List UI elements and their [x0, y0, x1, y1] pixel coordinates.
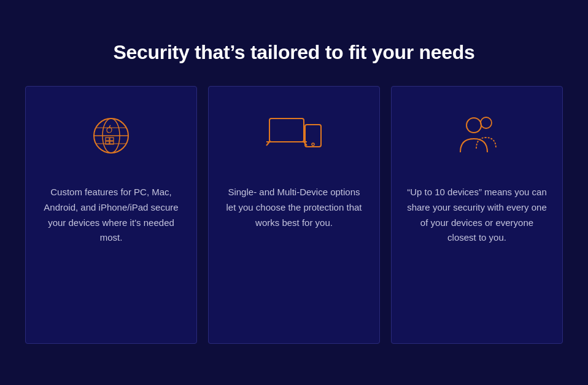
svg-rect-9: [269, 119, 304, 142]
multi-device-icon: [263, 105, 325, 166]
card-2-text: Single- and Multi-Device options let you…: [223, 185, 365, 230]
devices-icon: [80, 105, 142, 166]
svg-rect-6: [110, 138, 114, 141]
card-multi-device: Single- and Multi-Device options let you…: [208, 86, 380, 344]
svg-point-15: [466, 118, 481, 133]
card-family: “Up to 10 devices” means you can share y…: [391, 86, 563, 344]
cards-container: Custom features for PC, Mac, Android, an…: [0, 86, 588, 344]
card-1-text: Custom features for PC, Mac, Android, an…: [41, 185, 182, 246]
svg-point-14: [312, 143, 314, 146]
family-share-icon: [446, 105, 508, 166]
svg-point-16: [481, 117, 492, 128]
svg-rect-5: [106, 138, 109, 141]
page-title: Security that’s tailored to fit your nee…: [114, 41, 475, 64]
card-devices: Custom features for PC, Mac, Android, an…: [25, 86, 197, 344]
card-3-text: “Up to 10 devices” means you can share y…: [406, 185, 547, 246]
